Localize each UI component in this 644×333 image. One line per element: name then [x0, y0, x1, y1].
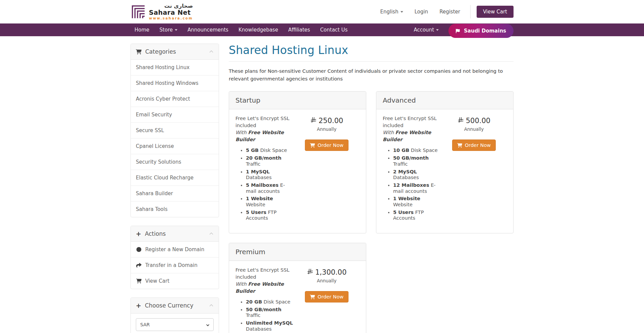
plan-feature: 10 GB Disk Space [393, 148, 441, 154]
plan-price: 1,300.00 [294, 268, 360, 276]
logo-name-text: Sahara Net [149, 9, 193, 16]
sidebar-item-sahara-tools[interactable]: Sahara Tools [131, 202, 219, 217]
actions-panel: + Actions Register a New Domain Transfer… [130, 226, 219, 289]
sidebar-item-security-solutions[interactable]: Security Solutions [131, 154, 219, 170]
categories-panel-header[interactable]: Categories [131, 44, 219, 60]
nav-item-home[interactable]: Home [130, 23, 154, 36]
plan-feature: 1 MySQL Databases [246, 169, 294, 181]
plan-builder-line: With Free Website Builder [235, 129, 294, 143]
saudi-domains-button[interactable]: Saudi Domains [448, 24, 514, 38]
plan-billing-cycle: Annually [294, 126, 360, 132]
actions-panel-title: Actions [145, 230, 166, 237]
chevron-up-icon[interactable] [209, 231, 214, 236]
header-divider [470, 5, 471, 18]
page-description: These plans for Non-sensitive Customer C… [229, 67, 514, 83]
register-link[interactable]: Register [439, 9, 460, 15]
plan-feature: 5 Users FTP Accounts [246, 210, 294, 221]
chevron-down-icon [400, 11, 403, 13]
plan-feature: 5 Mailboxes E-mail accounts [246, 182, 294, 194]
language-dropdown[interactable]: English [380, 9, 403, 15]
plan-title: Premium [229, 243, 366, 261]
plan-feature-list: 20 GB Disk Space 50 GB/month Traffic Unl… [246, 299, 294, 333]
view-cart-link[interactable]: View Cart [131, 273, 219, 289]
chevron-up-icon[interactable] [209, 49, 214, 54]
nav-item-store[interactable]: Store [154, 23, 182, 36]
currency-panel-title: Choose Currency [145, 302, 194, 309]
currency-panel-header[interactable]: + Choose Currency [131, 298, 219, 314]
top-header: صحارى نت Sahara Net www.sahara.com Engli… [0, 0, 644, 23]
plus-icon: + [136, 302, 141, 309]
plan-card-premium: Premium Free Let's Encrypt SSL included … [229, 243, 366, 333]
sidebar-item-cpanel-license[interactable]: Cpanel License [131, 138, 219, 154]
chevron-down-icon [436, 29, 439, 31]
sidebar-item-elastic-cloud-recharge[interactable]: Elastic Cloud Recharge [131, 170, 219, 186]
currency-panel: + Choose Currency SAR [130, 297, 219, 333]
categories-panel-title: Categories [145, 48, 176, 55]
sidebar-item-acronis-cyber-protect[interactable]: Acronis Cyber Protect [131, 91, 219, 107]
logo-arabic-text: صحارى نت [149, 3, 193, 9]
plan-feature-list: 5 GB Disk Space 20 GB/month Traffic 1 My… [246, 148, 294, 221]
chevron-down-icon [175, 29, 177, 31]
cart-icon [310, 294, 315, 299]
title-divider [229, 61, 514, 62]
sahara-net-logo[interactable]: صحارى نت Sahara Net www.sahara.com [130, 3, 193, 20]
sidebar-item-email-security[interactable]: Email Security [131, 107, 219, 123]
actions-panel-header[interactable]: + Actions [131, 226, 219, 242]
login-link[interactable]: Login [415, 9, 428, 15]
logo-url-text: www.sahara.com [149, 17, 193, 20]
share-arrow-icon [136, 263, 142, 268]
plan-billing-cycle: Annually [441, 126, 507, 132]
plan-feature: 12 Mailboxes E-mail accounts [393, 182, 441, 194]
plan-billing-cycle: Annually [294, 278, 360, 283]
saudi-riyal-icon [307, 268, 313, 276]
page-title: Shared Hosting Linux [229, 44, 514, 57]
chevron-up-icon[interactable] [209, 303, 214, 308]
globe-icon [136, 247, 142, 252]
categories-panel: Categories Shared Hosting Linux Shared H… [130, 44, 219, 217]
sidebar-item-shared-hosting-linux[interactable]: Shared Hosting Linux [131, 60, 219, 75]
plan-title: Startup [229, 92, 366, 109]
cart-icon [136, 278, 142, 284]
plan-card-startup: Startup Free Let's Encrypt SSL included … [229, 91, 366, 233]
account-dropdown[interactable]: Account [410, 27, 444, 33]
sidebar-item-sahara-builder[interactable]: Sahara Builder [131, 186, 219, 202]
plan-title: Advanced [376, 92, 513, 109]
plan-feature: 1 Website Website [246, 196, 294, 208]
plan-feature: 20 GB/month Traffic [246, 155, 294, 167]
plan-ssl-line: Free Let's Encrypt SSL included [235, 115, 294, 129]
nav-item-contact-us[interactable]: Contact Us [315, 23, 353, 36]
order-now-button[interactable]: Order Now [305, 291, 348, 302]
plan-ssl-line: Free Let's Encrypt SSL included [383, 115, 441, 129]
view-cart-button[interactable]: View Cart [477, 6, 514, 18]
nav-item-affiliates[interactable]: Affiliates [283, 23, 315, 36]
plan-builder-line: With Free Website Builder [235, 281, 294, 295]
plan-feature: 5 GB Disk Space [246, 148, 294, 154]
plans-grid: Startup Free Let's Encrypt SSL included … [229, 91, 514, 333]
cart-icon [136, 49, 142, 55]
order-now-button[interactable]: Order Now [305, 140, 348, 151]
plan-feature: 20 GB Disk Space [246, 299, 294, 305]
register-new-domain-link[interactable]: Register a New Domain [131, 242, 219, 258]
cart-icon [457, 143, 462, 148]
order-now-button[interactable]: Order Now [452, 140, 496, 151]
nav-item-knowledgebase[interactable]: Knowledgebase [233, 23, 283, 36]
saudi-riyal-icon [310, 117, 317, 125]
plan-feature: 5 Users FTP Accounts [393, 210, 441, 221]
saudi-riyal-icon [458, 117, 464, 125]
currency-select[interactable]: SAR [136, 318, 214, 331]
main-navbar: Home Store Announcements Knowledgebase A… [0, 23, 644, 36]
main-content: Shared Hosting Linux These plans for Non… [229, 44, 514, 333]
nav-item-announcements[interactable]: Announcements [182, 23, 233, 36]
flag-icon [456, 29, 461, 34]
plan-feature: 1 Website Website [393, 196, 441, 208]
plan-feature: Unlimited MySQL Databases [246, 320, 294, 332]
plan-feature: 50 GB/month Traffic [246, 307, 294, 319]
sidebar-item-shared-hosting-windows[interactable]: Shared Hosting Windows [131, 75, 219, 91]
sahara-net-logo-icon [130, 4, 146, 19]
plan-feature-list: 10 GB Disk Space 50 GB/month Traffic 2 M… [393, 148, 441, 221]
plan-ssl-line: Free Let's Encrypt SSL included [235, 267, 294, 281]
plan-price: 500.00 [441, 117, 507, 125]
transfer-domain-link[interactable]: Transfer in a Domain [131, 258, 219, 273]
sidebar-item-secure-ssl[interactable]: Secure SSL [131, 123, 219, 138]
plan-card-advanced: Advanced Free Let's Encrypt SSL included… [376, 91, 514, 233]
